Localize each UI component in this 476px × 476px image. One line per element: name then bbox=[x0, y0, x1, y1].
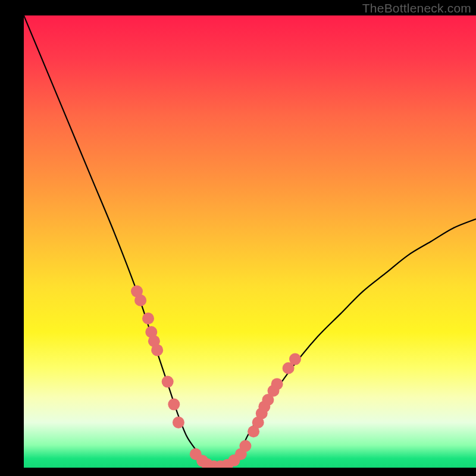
curve-markers bbox=[131, 286, 301, 468]
curve-marker bbox=[142, 312, 154, 324]
curve-marker bbox=[239, 440, 251, 452]
bottleneck-curve bbox=[24, 15, 476, 468]
watermark-text: TheBottleneck.com bbox=[362, 1, 471, 15]
curve-marker bbox=[151, 344, 163, 356]
curve-marker bbox=[134, 295, 146, 306]
chart-frame: TheBottleneck.com bbox=[0, 0, 476, 476]
curve-marker bbox=[168, 399, 180, 411]
curve-path bbox=[24, 15, 476, 468]
curve-marker bbox=[271, 378, 283, 390]
chart-svg bbox=[24, 15, 476, 468]
chart-plot-area bbox=[24, 15, 476, 468]
curve-marker bbox=[173, 416, 184, 428]
curve-marker bbox=[289, 353, 301, 365]
curve-marker bbox=[162, 376, 174, 388]
